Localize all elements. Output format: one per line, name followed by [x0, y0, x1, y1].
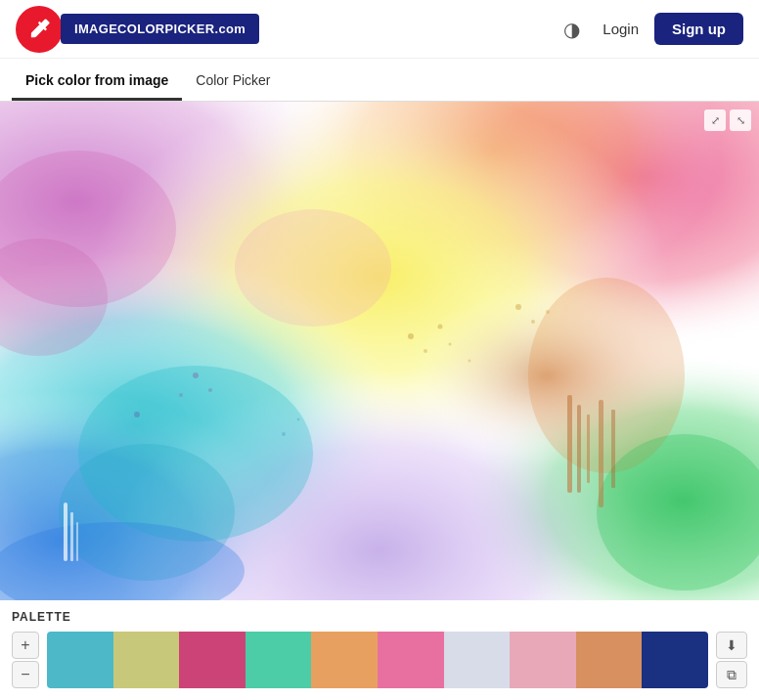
logo-icon — [16, 6, 63, 53]
dropper-icon — [25, 16, 53, 43]
swatch-10[interactable] — [642, 632, 708, 688]
svg-point-14 — [235, 209, 391, 327]
svg-rect-24 — [599, 400, 603, 507]
add-swatch-button[interactable]: + — [12, 632, 39, 659]
swatch-4[interactable] — [246, 632, 312, 688]
svg-point-32 — [546, 310, 550, 314]
svg-rect-21 — [567, 395, 572, 493]
svg-rect-25 — [611, 410, 615, 488]
svg-point-36 — [179, 393, 183, 397]
svg-point-33 — [469, 360, 471, 363]
svg-point-38 — [282, 432, 286, 436]
swatch-7[interactable] — [444, 632, 511, 688]
palette-controls: + − — [12, 632, 39, 688]
logo-text: IMAGECOLORPICKER.com — [61, 14, 259, 44]
palette-label: PALETTE — [12, 610, 747, 624]
svg-rect-20 — [76, 522, 78, 561]
tab-pick-color[interactable]: Pick color from image — [12, 63, 182, 101]
shrink-icon[interactable]: ⤡ — [730, 109, 751, 131]
svg-point-26 — [408, 333, 414, 339]
swatch-3[interactable] — [179, 632, 246, 688]
header: IMAGECOLORPICKER.com ◑ Login Sign up — [0, 0, 759, 59]
swatch-8[interactable] — [510, 632, 576, 688]
image-area[interactable]: ⤢ ⤡ — [0, 102, 759, 600]
palette-section: PALETTE + − ⬇ ⧉ — [0, 600, 759, 694]
logo-area: IMAGECOLORPICKER.com — [16, 6, 259, 53]
palette-swatches — [47, 632, 708, 688]
svg-point-39 — [297, 418, 300, 421]
swatch-2[interactable] — [113, 632, 180, 688]
corner-icons: ⤢ ⤡ — [704, 109, 751, 131]
svg-rect-22 — [577, 405, 581, 493]
download-palette-button[interactable]: ⬇ — [716, 632, 747, 659]
palette-row: + − ⬇ ⧉ — [12, 632, 747, 688]
svg-point-37 — [134, 412, 140, 417]
svg-point-29 — [449, 343, 452, 346]
svg-point-27 — [424, 349, 427, 353]
copy-palette-button[interactable]: ⧉ — [716, 661, 747, 688]
theme-toggle-button[interactable]: ◑ — [556, 14, 587, 45]
swatch-5[interactable] — [311, 632, 378, 688]
signup-button[interactable]: Sign up — [654, 13, 743, 45]
palette-actions: ⬇ ⧉ — [716, 632, 747, 688]
expand-icon[interactable]: ⤢ — [704, 109, 726, 131]
tab-color-picker[interactable]: Color Picker — [182, 63, 284, 101]
svg-point-34 — [193, 372, 199, 378]
svg-point-30 — [515, 304, 521, 310]
login-button[interactable]: Login — [603, 21, 639, 37]
svg-rect-18 — [64, 503, 67, 561]
nav-tabs: Pick color from image Color Picker — [0, 59, 759, 102]
svg-rect-19 — [70, 512, 73, 561]
svg-point-31 — [531, 320, 535, 324]
swatch-6[interactable] — [378, 632, 444, 688]
header-right: ◑ Login Sign up — [556, 13, 743, 45]
swatch-9[interactable] — [576, 632, 643, 688]
remove-swatch-button[interactable]: − — [12, 661, 39, 688]
swatch-1[interactable] — [47, 632, 113, 688]
svg-point-28 — [438, 325, 443, 329]
watercolor-image — [0, 102, 759, 600]
svg-rect-23 — [587, 415, 590, 483]
svg-point-35 — [208, 388, 212, 392]
